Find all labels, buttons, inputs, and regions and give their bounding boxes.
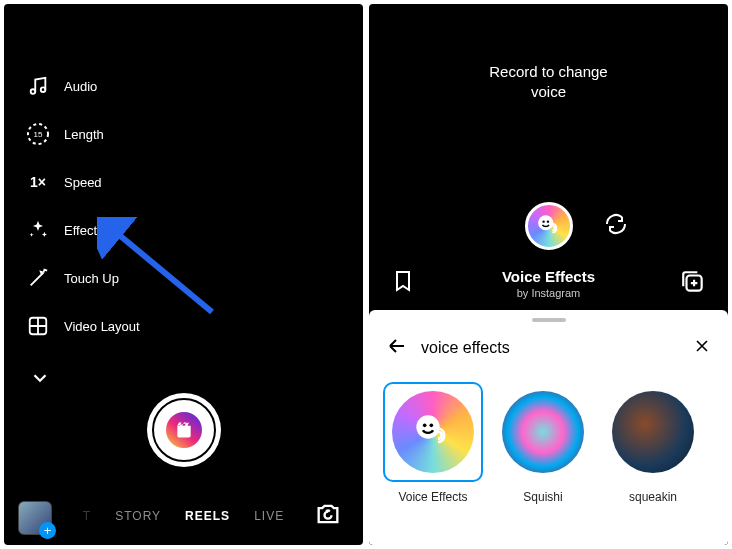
speed-tool[interactable]: 1× Speed <box>26 170 140 194</box>
effect-label: Squishi <box>523 490 562 504</box>
length-label: Length <box>64 127 104 142</box>
reset-icon <box>604 212 628 236</box>
effects-browser-screen: Record to change voice Voice Effects by … <box>369 4 728 545</box>
search-row: voice effects <box>369 322 728 372</box>
effect-card-squishi[interactable]: Squishi <box>495 382 591 504</box>
effect-thumb <box>612 391 694 473</box>
wand-icon <box>26 266 50 290</box>
tab-reels[interactable]: REELS <box>185 509 230 523</box>
layout-label: Video Layout <box>64 319 140 334</box>
record-hint-line2: voice <box>369 82 728 102</box>
mode-tabs: T STORY REELS LIVE <box>4 509 363 523</box>
speed-label: Speed <box>64 175 102 190</box>
record-hint-line1: Record to change <box>369 62 728 82</box>
close-icon <box>692 336 712 356</box>
sparkles-icon <box>26 218 50 242</box>
svg-point-8 <box>546 220 548 222</box>
effects-search-sheet: voice effects Voice Effects Squishi <box>369 310 728 545</box>
audio-label: Audio <box>64 79 97 94</box>
effect-thumb <box>392 391 474 473</box>
reset-effect-button[interactable] <box>604 212 628 240</box>
voice-face-icon <box>536 213 562 239</box>
effect-frame <box>493 382 593 482</box>
effect-card-voice-effects[interactable]: Voice Effects <box>385 382 481 504</box>
tab-live[interactable]: LIVE <box>254 509 284 523</box>
selected-effect-orb[interactable] <box>525 202 573 250</box>
effects-tool[interactable]: Effects <box>26 218 140 242</box>
capture-button[interactable] <box>147 393 221 467</box>
effects-results-grid: Voice Effects Squishi squeakin <box>369 372 728 510</box>
voice-face-icon <box>413 412 453 452</box>
arrow-left-icon <box>385 334 409 358</box>
effect-label: Voice Effects <box>398 490 467 504</box>
effect-label: squeakin <box>629 490 677 504</box>
svg-point-1 <box>41 87 46 92</box>
length-tool[interactable]: 15 Length <box>26 122 140 146</box>
tab-story[interactable]: STORY <box>115 509 161 523</box>
effect-author: by Instagram <box>369 287 728 299</box>
camera-tools: Audio 15 Length 1× Speed Effects <box>26 74 140 390</box>
effect-thumb <box>502 391 584 473</box>
svg-point-11 <box>423 424 427 428</box>
audio-tool[interactable]: Audio <box>26 74 140 98</box>
gallery-thumbnail[interactable]: + <box>18 501 52 535</box>
back-button[interactable] <box>385 334 409 362</box>
flip-camera-icon <box>314 500 342 528</box>
touchup-label: Touch Up <box>64 271 119 286</box>
reels-camera-screen: Audio 15 Length 1× Speed Effects <box>4 4 363 545</box>
svg-point-0 <box>31 89 36 94</box>
svg-text:15: 15 <box>34 130 43 139</box>
record-hint: Record to change voice <box>369 62 728 103</box>
svg-point-6 <box>538 215 553 230</box>
svg-point-7 <box>542 220 544 222</box>
flip-camera-button[interactable] <box>311 497 345 531</box>
capture-ring <box>152 398 216 462</box>
touchup-tool[interactable]: Touch Up <box>26 266 140 290</box>
chevron-down-icon <box>28 366 52 390</box>
search-input[interactable]: voice effects <box>421 339 680 357</box>
effect-frame <box>603 382 703 482</box>
layout-tool[interactable]: Video Layout <box>26 314 140 338</box>
effect-frame <box>383 382 483 482</box>
tab-t[interactable]: T <box>83 509 91 523</box>
more-tools[interactable] <box>28 366 140 390</box>
add-badge-icon: + <box>39 522 56 539</box>
music-note-icon <box>26 74 50 98</box>
effects-label: Effects <box>64 223 104 238</box>
speed-1x-icon: 1× <box>26 170 50 194</box>
layout-grid-icon <box>26 314 50 338</box>
effect-name: Voice Effects <box>369 268 728 285</box>
reels-clapper-icon <box>166 412 202 448</box>
effect-card-squeakin[interactable]: squeakin <box>605 382 701 504</box>
effect-title-block: Voice Effects by Instagram <box>369 268 728 299</box>
clear-search-button[interactable] <box>692 336 712 360</box>
svg-point-12 <box>430 424 434 428</box>
timer-15-icon: 15 <box>26 122 50 146</box>
svg-point-10 <box>416 415 439 438</box>
